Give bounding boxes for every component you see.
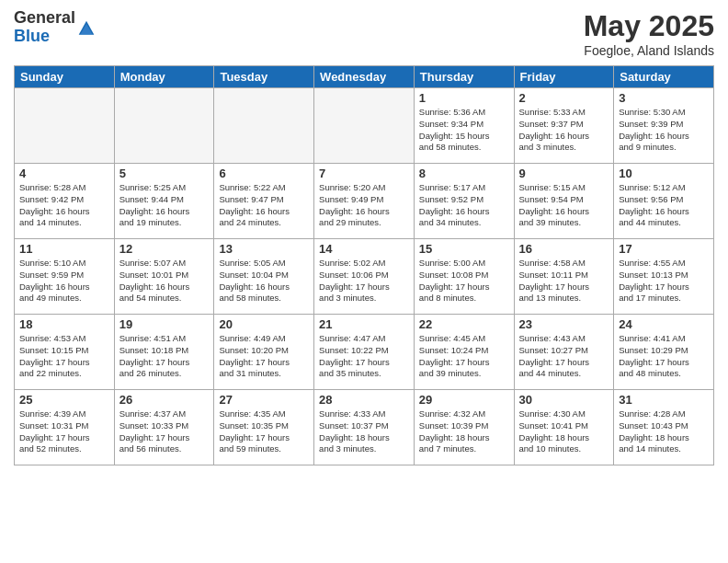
calendar-cell: 14Sunrise: 5:02 AM Sunset: 10:06 PM Dayl…: [314, 239, 415, 315]
day-number: 30: [519, 393, 609, 407]
day-number: 11: [19, 242, 109, 256]
day-info: Sunrise: 5:17 AM Sunset: 9:52 PM Dayligh…: [419, 182, 509, 229]
day-info: Sunrise: 5:20 AM Sunset: 9:49 PM Dayligh…: [319, 182, 409, 229]
day-info: Sunrise: 4:32 AM Sunset: 10:39 PM Daylig…: [419, 408, 509, 455]
calendar-cell: 8Sunrise: 5:17 AM Sunset: 9:52 PM Daylig…: [414, 164, 514, 239]
logo-blue: Blue: [14, 28, 75, 46]
calendar-week-3: 11Sunrise: 5:10 AM Sunset: 9:59 PM Dayli…: [15, 239, 714, 315]
day-info: Sunrise: 5:02 AM Sunset: 10:06 PM Daylig…: [319, 258, 409, 304]
day-info: Sunrise: 4:39 AM Sunset: 10:31 PM Daylig…: [19, 408, 109, 455]
calendar-cell: 15Sunrise: 5:00 AM Sunset: 10:08 PM Dayl…: [414, 239, 514, 315]
day-number: 4: [19, 167, 109, 180]
calendar-cell: 31Sunrise: 4:28 AM Sunset: 10:43 PM Dayl…: [614, 390, 714, 465]
day-number: 22: [419, 317, 509, 331]
page: General Blue May 2025 Foegloe, Aland Isl…: [0, 0, 728, 563]
day-info: Sunrise: 4:55 AM Sunset: 10:13 PM Daylig…: [619, 258, 709, 304]
day-number: 5: [119, 167, 210, 180]
day-info: Sunrise: 5:25 AM Sunset: 9:44 PM Dayligh…: [119, 182, 210, 229]
day-number: 7: [319, 167, 409, 180]
calendar-cell: 23Sunrise: 4:43 AM Sunset: 10:27 PM Dayl…: [514, 315, 614, 390]
day-number: 13: [219, 242, 309, 256]
day-info: Sunrise: 4:28 AM Sunset: 10:43 PM Daylig…: [619, 408, 709, 455]
calendar-cell: 5Sunrise: 5:25 AM Sunset: 9:44 PM Daylig…: [114, 164, 214, 239]
day-number: 1: [419, 91, 509, 105]
calendar-week-4: 18Sunrise: 4:53 AM Sunset: 10:15 PM Dayl…: [15, 315, 714, 390]
day-number: 14: [319, 242, 409, 256]
calendar-week-5: 25Sunrise: 4:39 AM Sunset: 10:31 PM Dayl…: [15, 390, 714, 465]
calendar-cell: 10Sunrise: 5:12 AM Sunset: 9:56 PM Dayli…: [614, 164, 714, 239]
calendar: Sunday Monday Tuesday Wednesday Thursday…: [14, 65, 714, 465]
logo: General Blue: [14, 9, 96, 46]
header: General Blue May 2025 Foegloe, Aland Isl…: [14, 9, 714, 58]
calendar-cell: 29Sunrise: 4:32 AM Sunset: 10:39 PM Dayl…: [414, 390, 514, 465]
day-number: 31: [619, 393, 709, 407]
subtitle: Foegloe, Aland Islands: [584, 43, 714, 58]
day-info: Sunrise: 5:07 AM Sunset: 10:01 PM Daylig…: [119, 258, 210, 304]
calendar-cell: 4Sunrise: 5:28 AM Sunset: 9:42 PM Daylig…: [15, 164, 115, 239]
calendar-cell: 30Sunrise: 4:30 AM Sunset: 10:41 PM Dayl…: [514, 390, 614, 465]
day-number: 10: [619, 167, 709, 180]
day-info: Sunrise: 5:12 AM Sunset: 9:56 PM Dayligh…: [619, 182, 709, 229]
month-title: May 2025: [584, 9, 714, 43]
day-info: Sunrise: 5:00 AM Sunset: 10:08 PM Daylig…: [419, 258, 509, 304]
day-number: 8: [419, 167, 509, 180]
calendar-cell: 11Sunrise: 5:10 AM Sunset: 9:59 PM Dayli…: [15, 239, 115, 315]
day-info: Sunrise: 4:49 AM Sunset: 10:20 PM Daylig…: [219, 333, 309, 380]
calendar-cell: 12Sunrise: 5:07 AM Sunset: 10:01 PM Dayl…: [114, 239, 214, 315]
day-info: Sunrise: 4:37 AM Sunset: 10:33 PM Daylig…: [119, 408, 210, 455]
day-info: Sunrise: 4:51 AM Sunset: 10:18 PM Daylig…: [119, 333, 210, 380]
day-info: Sunrise: 4:53 AM Sunset: 10:15 PM Daylig…: [19, 333, 109, 380]
calendar-cell: 18Sunrise: 4:53 AM Sunset: 10:15 PM Dayl…: [15, 315, 115, 390]
day-number: 28: [319, 393, 409, 407]
day-number: 26: [119, 393, 210, 407]
day-number: 15: [419, 242, 509, 256]
day-info: Sunrise: 4:30 AM Sunset: 10:41 PM Daylig…: [519, 408, 609, 455]
day-info: Sunrise: 4:35 AM Sunset: 10:35 PM Daylig…: [219, 408, 309, 455]
day-info: Sunrise: 5:28 AM Sunset: 9:42 PM Dayligh…: [19, 182, 109, 229]
day-number: 6: [219, 167, 309, 180]
calendar-cell: 2Sunrise: 5:33 AM Sunset: 9:37 PM Daylig…: [514, 88, 614, 164]
day-info: Sunrise: 4:41 AM Sunset: 10:29 PM Daylig…: [619, 333, 709, 380]
day-info: Sunrise: 5:30 AM Sunset: 9:39 PM Dayligh…: [619, 107, 709, 154]
day-number: 27: [219, 393, 309, 407]
calendar-cell: 1Sunrise: 5:36 AM Sunset: 9:34 PM Daylig…: [414, 88, 514, 164]
logo-icon: [77, 19, 96, 38]
day-info: Sunrise: 4:33 AM Sunset: 10:37 PM Daylig…: [319, 408, 409, 455]
day-number: 25: [19, 393, 109, 407]
calendar-week-2: 4Sunrise: 5:28 AM Sunset: 9:42 PM Daylig…: [15, 164, 714, 239]
day-info: Sunrise: 4:45 AM Sunset: 10:24 PM Daylig…: [419, 333, 509, 380]
calendar-cell: 27Sunrise: 4:35 AM Sunset: 10:35 PM Dayl…: [214, 390, 314, 465]
col-saturday: Saturday: [614, 66, 714, 88]
day-number: 9: [519, 167, 609, 180]
day-number: 29: [419, 393, 509, 407]
day-number: 3: [619, 91, 709, 105]
day-info: Sunrise: 4:58 AM Sunset: 10:11 PM Daylig…: [519, 258, 609, 304]
day-number: 16: [519, 242, 609, 256]
header-row: Sunday Monday Tuesday Wednesday Thursday…: [15, 66, 714, 88]
logo-general: General: [14, 9, 75, 28]
col-thursday: Thursday: [414, 66, 514, 88]
calendar-cell: [15, 88, 115, 164]
col-sunday: Sunday: [15, 66, 115, 88]
calendar-cell: 3Sunrise: 5:30 AM Sunset: 9:39 PM Daylig…: [614, 88, 714, 164]
day-info: Sunrise: 4:47 AM Sunset: 10:22 PM Daylig…: [319, 333, 409, 380]
calendar-cell: 21Sunrise: 4:47 AM Sunset: 10:22 PM Dayl…: [314, 315, 415, 390]
day-info: Sunrise: 5:10 AM Sunset: 9:59 PM Dayligh…: [19, 258, 109, 304]
day-info: Sunrise: 5:05 AM Sunset: 10:04 PM Daylig…: [219, 258, 309, 304]
col-tuesday: Tuesday: [214, 66, 314, 88]
calendar-cell: 7Sunrise: 5:20 AM Sunset: 9:49 PM Daylig…: [314, 164, 415, 239]
day-info: Sunrise: 5:22 AM Sunset: 9:47 PM Dayligh…: [219, 182, 309, 229]
day-number: 21: [319, 317, 409, 331]
day-number: 19: [119, 317, 210, 331]
calendar-cell: [314, 88, 415, 164]
calendar-cell: 28Sunrise: 4:33 AM Sunset: 10:37 PM Dayl…: [314, 390, 415, 465]
calendar-cell: 26Sunrise: 4:37 AM Sunset: 10:33 PM Dayl…: [114, 390, 214, 465]
col-monday: Monday: [114, 66, 214, 88]
calendar-cell: 9Sunrise: 5:15 AM Sunset: 9:54 PM Daylig…: [514, 164, 614, 239]
calendar-week-1: 1Sunrise: 5:36 AM Sunset: 9:34 PM Daylig…: [15, 88, 714, 164]
calendar-cell: 13Sunrise: 5:05 AM Sunset: 10:04 PM Dayl…: [214, 239, 314, 315]
calendar-cell: [114, 88, 214, 164]
day-number: 2: [519, 91, 609, 105]
calendar-cell: 22Sunrise: 4:45 AM Sunset: 10:24 PM Dayl…: [414, 315, 514, 390]
col-friday: Friday: [514, 66, 614, 88]
